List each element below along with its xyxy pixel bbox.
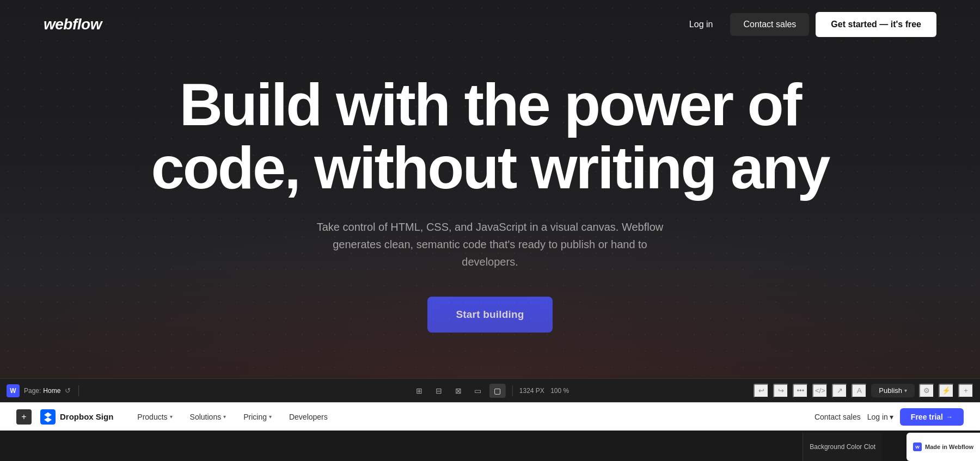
site-nav: Products ▾ Solutions ▾ Pricing ▾ Develop…	[130, 409, 814, 425]
nav-item-pricing[interactable]: Pricing ▾	[236, 409, 279, 425]
bg-color-label: Background Color Clot	[810, 443, 875, 451]
solutions-chevron: ▾	[223, 414, 226, 420]
bg-color-panel: Background Color Clot	[803, 433, 882, 461]
layout-view-button[interactable]: ⊟	[431, 384, 447, 398]
toolbar-right-controls: ↩ ↪ ••• </> ↗ A Publish ▾ ⚙ ⚡ +	[754, 384, 973, 398]
hero-headline-line2: code, without writing any	[151, 134, 829, 201]
webflow-w-icon[interactable]: W	[7, 384, 20, 397]
monitor-view-button[interactable]: ▢	[489, 384, 506, 398]
publish-chevron: ▾	[904, 388, 907, 394]
webflow-badge-icon: W	[913, 442, 922, 451]
toolbar-center-icons: ⊞ ⊟ ⊠ ▭ ▢ 1324 PX 100 %	[411, 384, 569, 398]
lightning-button[interactable]: ⚡	[939, 384, 954, 398]
free-trial-arrow: →	[946, 413, 953, 421]
more-button[interactable]: •••	[793, 384, 808, 398]
hero-content: Build with the power of code, without wr…	[0, 49, 980, 378]
add-element-button[interactable]: +	[16, 409, 32, 425]
code-button[interactable]: </>	[812, 384, 828, 398]
dropbox-logo: Dropbox Sign	[40, 409, 113, 425]
toolbar-separator-2	[512, 385, 513, 396]
site-login-link[interactable]: Log in ▾	[867, 413, 893, 421]
start-building-button[interactable]: Start building	[427, 297, 552, 333]
page-label: Page: Home	[24, 387, 60, 395]
site-nav-right: Contact sales Log in ▾ Free trial →	[814, 408, 964, 426]
nav-item-developers[interactable]: Developers	[281, 409, 335, 425]
site-bar: + Dropbox Sign Products ▾ Solutions ▾ Pr…	[0, 402, 980, 431]
hero-section: webflow Log in Contact sales Get started…	[0, 0, 980, 378]
site-contact-link[interactable]: Contact sales	[814, 413, 861, 421]
nav-item-products[interactable]: Products ▾	[130, 409, 180, 425]
made-in-webflow-label: Made in Webflow	[925, 444, 973, 450]
tablet-view-button[interactable]: ▭	[470, 384, 486, 398]
webflow-logo[interactable]: webflow	[44, 16, 102, 33]
navbar: webflow Log in Contact sales Get started…	[0, 0, 980, 49]
hero-headline: Build with the power of code, without wr…	[151, 73, 829, 199]
hero-subtext: Take control of HTML, CSS, and JavaScrip…	[305, 218, 675, 271]
page-name: Home	[43, 387, 60, 395]
publish-button[interactable]: Publish ▾	[871, 384, 915, 397]
products-chevron: ▾	[170, 414, 173, 420]
desktop-view-button[interactable]: ⊞	[411, 384, 427, 398]
refresh-icon[interactable]: ↺	[65, 386, 71, 395]
dropbox-brand-name: Dropbox Sign	[60, 412, 113, 421]
columns-view-button[interactable]: ⊠	[450, 384, 467, 398]
login-chevron: ▾	[890, 413, 893, 421]
get-started-button[interactable]: Get started — it's free	[816, 12, 936, 37]
export-button[interactable]: ↗	[832, 384, 847, 398]
undo-button[interactable]: ↩	[754, 384, 769, 398]
toolbar-separator-1	[78, 385, 79, 396]
dropbox-sign-icon	[40, 409, 56, 425]
free-trial-button[interactable]: Free trial →	[900, 408, 964, 426]
made-in-webflow-badge[interactable]: W Made in Webflow	[906, 433, 980, 461]
login-button[interactable]: Log in	[678, 14, 724, 35]
contact-sales-button[interactable]: Contact sales	[730, 13, 809, 36]
designer-toolbar: W Page: Home ↺ ⊞ ⊟ ⊠ ▭ ▢ 1324 PX 100 % ↩…	[0, 378, 980, 402]
nav-item-solutions[interactable]: Solutions ▾	[182, 409, 234, 425]
resolution-display: 1324 PX 100 %	[519, 387, 569, 395]
redo-button[interactable]: ↪	[773, 384, 788, 398]
typography-button[interactable]: A	[852, 384, 867, 398]
pricing-chevron: ▾	[269, 414, 272, 420]
hero-headline-line1: Build with the power of	[180, 71, 801, 138]
nav-right: Log in Contact sales Get started — it's …	[678, 12, 936, 37]
add-button[interactable]: +	[958, 384, 973, 398]
settings-button[interactable]: ⚙	[919, 384, 934, 398]
